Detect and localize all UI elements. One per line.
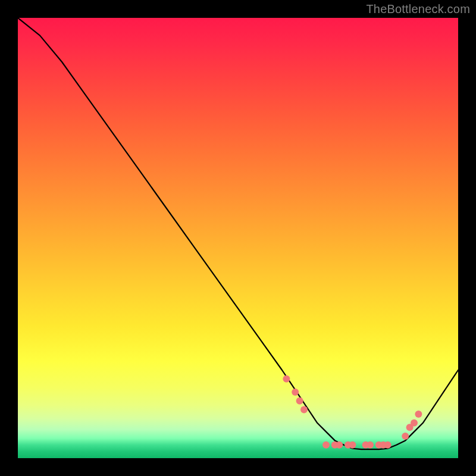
data-point (349, 441, 356, 449)
data-point (402, 433, 409, 440)
data-point (336, 441, 343, 449)
data-point (367, 441, 374, 449)
gradient-background (18, 18, 458, 458)
data-point (296, 397, 303, 405)
data-point (322, 441, 330, 449)
data-point (283, 375, 290, 383)
data-point (292, 389, 299, 396)
attribution-text: TheBottleneck.com (366, 2, 470, 16)
chart-area (18, 18, 458, 458)
data-point (300, 406, 308, 414)
data-point (411, 419, 418, 427)
data-point (415, 411, 422, 418)
chart-svg (18, 18, 458, 458)
data-point (384, 441, 392, 449)
